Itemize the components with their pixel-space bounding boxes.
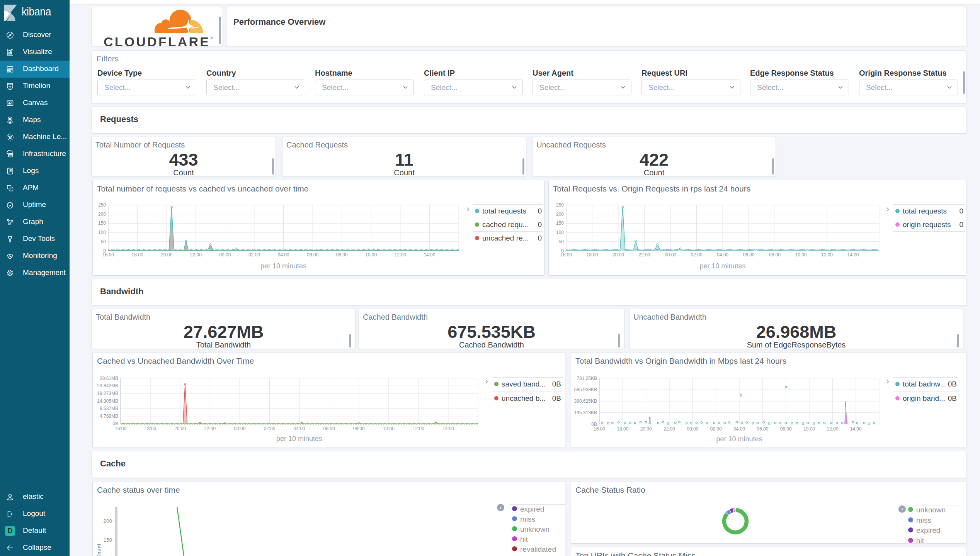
svg-text:12:00: 12:00 — [821, 252, 833, 258]
svg-text:20:00: 20:00 — [612, 252, 624, 258]
svg-text:18:00: 18:00 — [617, 426, 628, 432]
svg-text:16:00: 16:00 — [102, 252, 114, 258]
svg-text:18:00: 18:00 — [132, 252, 143, 258]
svg-text:50: 50 — [559, 239, 564, 244]
svg-text:28.61MB: 28.61MB — [100, 376, 118, 381]
svg-text:12:00: 12:00 — [827, 426, 838, 432]
svg-text:20:00: 20:00 — [161, 252, 172, 258]
svg-text:150: 150 — [103, 537, 112, 543]
svg-text:12:00: 12:00 — [413, 426, 424, 431]
svg-text:04:00: 04:00 — [733, 426, 745, 432]
svg-text:16:00: 16:00 — [115, 426, 126, 431]
svg-text:19.073MB: 19.073MB — [97, 391, 118, 396]
svg-text:150: 150 — [556, 220, 564, 226]
svg-text:00:00: 00:00 — [665, 252, 676, 258]
svg-text:14.305MB: 14.305MB — [97, 398, 118, 404]
svg-text:195.313KB: 195.313KB — [574, 410, 597, 415]
svg-text:781.25KB: 781.25KB — [577, 376, 597, 381]
svg-text:02:00: 02:00 — [248, 252, 260, 258]
svg-text:100: 100 — [98, 230, 106, 235]
svg-text:06:00: 06:00 — [307, 252, 318, 258]
svg-text:14:00: 14:00 — [850, 426, 862, 432]
svg-text:16:00: 16:00 — [594, 426, 605, 432]
svg-text:02:00: 02:00 — [691, 252, 702, 258]
svg-text:10:00: 10:00 — [365, 252, 377, 258]
svg-text:585.938KB: 585.938KB — [574, 387, 597, 392]
svg-text:CLOUDFLARE: CLOUDFLARE — [104, 34, 210, 46]
svg-text:00:00: 00:00 — [219, 252, 231, 258]
svg-text:18:00: 18:00 — [145, 426, 156, 431]
svg-text:22:00: 22:00 — [190, 252, 202, 258]
svg-text:22:00: 22:00 — [664, 426, 675, 432]
svg-text:12:00: 12:00 — [395, 252, 406, 258]
svg-text:14:00: 14:00 — [847, 252, 859, 258]
svg-text:06:00: 06:00 — [757, 426, 768, 432]
svg-text:08:00: 08:00 — [769, 252, 781, 258]
svg-text:Count: Count — [96, 544, 102, 556]
svg-text:22:00: 22:00 — [638, 252, 650, 258]
svg-text:20:00: 20:00 — [640, 426, 652, 432]
svg-text:04:00: 04:00 — [717, 252, 728, 258]
svg-text:10:00: 10:00 — [383, 426, 395, 431]
svg-text:390.625KB: 390.625KB — [574, 398, 597, 404]
svg-text:06:00: 06:00 — [743, 252, 754, 258]
svg-text:04:00: 04:00 — [277, 252, 289, 258]
svg-text:22:00: 22:00 — [204, 426, 216, 431]
svg-text:150: 150 — [98, 220, 106, 226]
svg-text:16:00: 16:00 — [560, 252, 572, 258]
svg-text:10:00: 10:00 — [795, 252, 806, 258]
svg-text:18:00: 18:00 — [586, 252, 598, 258]
svg-text:250: 250 — [98, 202, 106, 208]
svg-text:04:00: 04:00 — [293, 426, 305, 431]
svg-text:200: 200 — [556, 212, 564, 217]
svg-text:20:00: 20:00 — [174, 426, 186, 431]
svg-text:200: 200 — [98, 212, 106, 217]
svg-text:00:00: 00:00 — [687, 426, 698, 432]
svg-text:08:00: 08:00 — [780, 426, 792, 432]
svg-text:200: 200 — [103, 518, 112, 524]
svg-text:02:00: 02:00 — [710, 426, 722, 432]
svg-text:10:00: 10:00 — [803, 426, 815, 432]
svg-text:00:00: 00:00 — [234, 426, 245, 431]
svg-text:250: 250 — [556, 202, 564, 208]
svg-text:02:00: 02:00 — [264, 426, 275, 431]
svg-text:14:00: 14:00 — [424, 252, 435, 258]
svg-text:®: ® — [211, 36, 213, 40]
svg-text:9.537MB: 9.537MB — [100, 406, 118, 411]
svg-text:08:00: 08:00 — [353, 426, 365, 431]
svg-text:14:00: 14:00 — [442, 426, 454, 431]
svg-text:06:00: 06:00 — [323, 426, 335, 431]
svg-text:100: 100 — [556, 230, 564, 235]
svg-text:50: 50 — [101, 239, 106, 244]
svg-text:4.768MB: 4.768MB — [100, 414, 118, 419]
svg-text:08:00: 08:00 — [336, 252, 348, 258]
svg-text:23.842MB: 23.842MB — [97, 383, 118, 388]
